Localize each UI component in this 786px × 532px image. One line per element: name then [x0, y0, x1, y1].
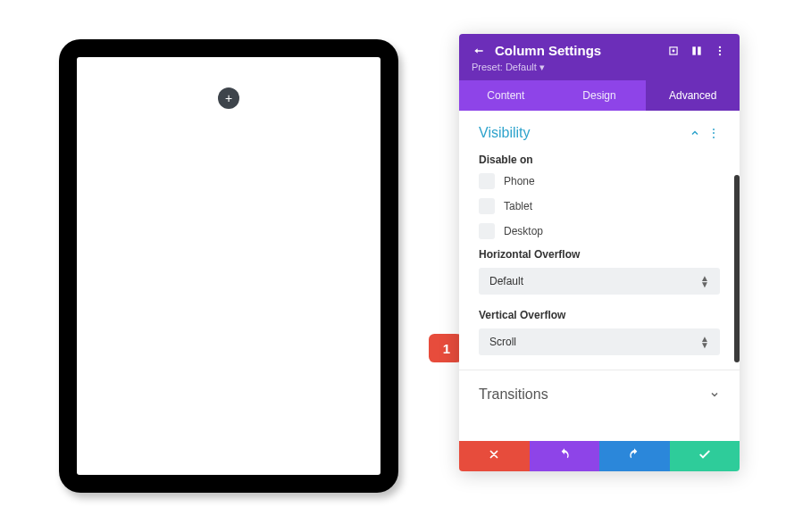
panel-header: Column Settings Preset: Default ▾ — [459, 34, 740, 80]
plus-icon: + — [225, 91, 232, 105]
undo-button[interactable] — [530, 441, 600, 471]
column-settings-panel: Column Settings Preset: Default ▾ Conten… — [459, 34, 740, 471]
tab-advanced[interactable]: Advanced — [646, 80, 740, 111]
select-arrows-icon: ▲▼ — [700, 275, 709, 287]
svg-point-5 — [719, 49, 721, 51]
save-button[interactable] — [670, 441, 740, 471]
disable-desktop-row[interactable]: Desktop — [479, 223, 720, 239]
horizontal-overflow-select[interactable]: Default ▲▼ — [479, 268, 720, 295]
checkbox-tablet[interactable] — [479, 198, 495, 214]
tab-content[interactable]: Content — [459, 80, 553, 111]
checkbox-tablet-label: Tablet — [504, 200, 532, 212]
panel-body: Visibility ⋮ Disable on Phone Tablet — [459, 111, 740, 441]
checkbox-desktop[interactable] — [479, 223, 495, 239]
tablet-preview-frame: + — [59, 39, 398, 493]
section-menu-icon[interactable]: ⋮ — [707, 127, 720, 139]
checkbox-phone-label: Phone — [504, 175, 535, 187]
transitions-title: Transitions — [479, 387, 548, 403]
menu-dots-icon[interactable] — [713, 44, 727, 58]
transitions-section[interactable]: Transitions — [459, 370, 740, 419]
check-icon — [698, 447, 712, 465]
annotation-number: 1 — [443, 341, 450, 356]
vertical-overflow-value: Scroll — [489, 336, 516, 348]
expand-icon[interactable] — [666, 44, 681, 58]
checkbox-phone[interactable] — [479, 173, 495, 189]
horizontal-overflow-label: Horizontal Overflow — [479, 248, 720, 261]
redo-icon — [627, 447, 641, 465]
chevron-down-icon: ▾ — [539, 62, 545, 72]
disable-on-label: Disable on — [479, 154, 720, 166]
close-icon — [488, 448, 500, 464]
panel-title: Column Settings — [495, 43, 657, 58]
undo-icon — [557, 447, 572, 465]
disable-tablet-row[interactable]: Tablet — [479, 198, 720, 214]
tablet-screen: + — [77, 57, 380, 475]
tab-design[interactable]: Design — [553, 80, 647, 111]
visibility-section: Visibility ⋮ Disable on Phone Tablet — [459, 111, 740, 370]
visibility-title: Visibility — [479, 125, 531, 141]
redo-button[interactable] — [599, 441, 670, 471]
preset-selector[interactable]: Preset: Default ▾ — [472, 62, 727, 73]
add-module-button[interactable]: + — [218, 87, 239, 109]
svg-point-4 — [719, 46, 721, 47]
scrollbar[interactable] — [734, 175, 740, 362]
vertical-overflow-label: Vertical Overflow — [479, 309, 720, 321]
svg-point-6 — [719, 53, 721, 54]
chevron-up-icon — [690, 128, 700, 138]
preset-label: Preset: Default — [472, 62, 537, 72]
vertical-overflow-select[interactable]: Scroll ▲▼ — [479, 328, 720, 355]
chevron-down-icon — [709, 389, 720, 400]
svg-point-1 — [673, 50, 674, 52]
svg-rect-2 — [692, 46, 696, 54]
visibility-header[interactable]: Visibility ⋮ — [479, 125, 720, 141]
grid-icon[interactable] — [690, 44, 704, 58]
panel-tabs: Content Design Advanced — [459, 80, 740, 111]
select-arrows-icon: ▲▼ — [700, 336, 709, 348]
panel-footer — [459, 441, 740, 471]
horizontal-overflow-value: Default — [489, 275, 523, 287]
checkbox-desktop-label: Desktop — [504, 225, 543, 237]
back-icon[interactable] — [472, 44, 486, 58]
cancel-button[interactable] — [459, 441, 530, 471]
svg-rect-3 — [698, 46, 701, 54]
disable-phone-row[interactable]: Phone — [479, 173, 720, 189]
